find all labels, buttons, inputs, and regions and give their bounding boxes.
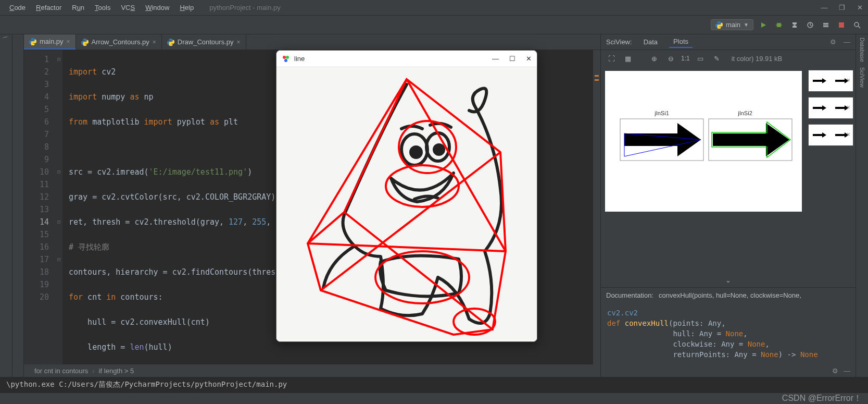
gear-icon[interactable]: ⚙ (832, 367, 838, 375)
tab-close-icon[interactable]: × (67, 38, 70, 45)
doc-body: cv2.cv2 def convexHull(points: Any, hull… (601, 302, 856, 365)
chevron-down-icon: ▼ (744, 22, 749, 28)
thumb-close-icon[interactable]: × (847, 104, 854, 111)
zoom-in-icon[interactable]: ⊕ (648, 52, 660, 65)
cv-titlebar[interactable]: line — ☐ ✕ (276, 51, 537, 67)
right-sidebar: Database SciView (856, 34, 868, 377)
sciview-tab-plots[interactable]: Plots (669, 36, 693, 48)
search-button[interactable] (851, 19, 863, 31)
plot-thumbnail[interactable]: × (808, 97, 853, 119)
line-numbers: 1234567891011121314151617181920 (24, 50, 55, 364)
hide-panel-icon[interactable]: — (844, 38, 850, 46)
expand-thumbnails[interactable]: ⌄ (601, 273, 856, 287)
cv-image (276, 67, 537, 341)
menu-tools[interactable]: Tools (90, 2, 116, 14)
sciview-tab-data[interactable]: Data (639, 36, 662, 47)
maximize-icon[interactable]: ❐ (838, 4, 846, 11)
tab-close-icon[interactable]: × (237, 39, 241, 46)
svg-point-11 (286, 56, 289, 59)
sidebar-sciview[interactable]: SciView (859, 67, 865, 88)
fit-icon[interactable]: ⛶ (605, 52, 618, 65)
plot-thumbnail[interactable]: × (808, 124, 853, 146)
run-config-dropdown[interactable]: main ▼ (711, 19, 753, 30)
svg-point-10 (283, 56, 286, 59)
sciview-toolbar: ⛶ ▦ ⊕ ⊖ 1:1 ▭ ✎ it color) 19.91 kB (601, 50, 856, 67)
plot-title-1: jInSi1 (654, 110, 669, 116)
menu-help[interactable]: Help (174, 2, 199, 14)
svg-rect-5 (839, 22, 844, 28)
right-panel: SciView: Data Plots ⚙ — ⛶ ▦ ⊕ ⊖ 1:1 ▭ ✎ … (600, 34, 856, 377)
cv-minimize-icon[interactable]: — (492, 55, 499, 63)
menu-code[interactable]: Code (4, 2, 31, 14)
opencv-icon (282, 55, 290, 63)
python-file-icon (81, 39, 89, 46)
plot-thumbnail[interactable]: × (808, 70, 853, 92)
svg-point-12 (284, 59, 287, 62)
breadcrumb-item[interactable]: if length > 5 (99, 367, 134, 375)
statusbar: CSDN @ErrorError！ (0, 393, 868, 404)
tab-close-icon[interactable]: × (153, 39, 156, 46)
editor-scroll-marks[interactable] (593, 50, 600, 364)
watermark: CSDN @ErrorError！ (782, 393, 862, 404)
menu-vcs[interactable]: VCS (116, 2, 140, 14)
profile-button[interactable] (804, 19, 816, 31)
svg-point-17 (434, 145, 444, 154)
color-picker-icon[interactable]: ✎ (711, 52, 723, 65)
tab-label: Arrow_Contours.py (92, 38, 149, 46)
left-gutter: \苗俊 (0, 34, 12, 377)
file-tree-label: \苗俊 (0, 34, 10, 40)
zoom-out-icon[interactable]: ⊖ (664, 52, 677, 65)
hide-doc-icon[interactable]: — (844, 367, 850, 375)
run-button[interactable] (758, 19, 769, 31)
python-file-icon (29, 38, 36, 45)
doc-signature: convexHull(points, hull=None, clockwise=… (659, 291, 801, 299)
tab-main-py[interactable]: main.py × (24, 34, 76, 50)
attach-button[interactable] (820, 19, 832, 31)
project-title: pythonProject - main.py (209, 4, 281, 11)
python-file-icon (167, 39, 174, 46)
terminal[interactable]: \python.exe C:/Users/苗俊杰/PycharmProjects… (0, 377, 868, 393)
tab-label: main.py (40, 38, 64, 45)
python-icon (715, 21, 723, 29)
minimize-icon[interactable]: — (820, 4, 828, 11)
plot-main[interactable]: jInSi1 jInSi2 (601, 67, 806, 273)
plot-canvas: jInSi1 jInSi2 (605, 71, 802, 212)
terminal-output: \python.exe C:/Users/苗俊杰/PycharmProjects… (6, 380, 287, 389)
svg-rect-2 (823, 23, 828, 24)
toolbar: main ▼ (0, 16, 868, 34)
sciview-label: SciView: (606, 38, 632, 46)
stop-button[interactable] (836, 19, 847, 31)
left-toolbar[interactable] (12, 34, 24, 377)
sciview-header: SciView: Data Plots ⚙ — (601, 34, 856, 50)
breadcrumb-separator: › (92, 367, 94, 375)
cv-maximize-icon[interactable]: ☐ (509, 55, 515, 63)
breadcrumb[interactable]: for cnt in contours › if length > 5 (24, 364, 600, 377)
grid-icon[interactable]: ▦ (622, 52, 634, 65)
tab-arrow-contours[interactable]: Arrow_Contours.py × (76, 34, 162, 50)
menubar: Code Refactor Run Tools VCS Window Help … (0, 0, 868, 16)
menu-run[interactable]: Run (67, 2, 90, 14)
close-icon[interactable]: ✕ (856, 4, 864, 11)
tab-draw-contours[interactable]: Draw_Contours.py × (162, 34, 246, 50)
run-config-label: main (726, 21, 740, 29)
doc-label: Documentation: (606, 291, 653, 299)
cv-close-icon[interactable]: ✕ (526, 55, 532, 63)
coverage-button[interactable] (789, 19, 800, 31)
debug-button[interactable] (773, 19, 785, 31)
plot-info: it color) 19.91 kB (732, 55, 783, 63)
breadcrumb-item[interactable]: for cnt in contours (34, 367, 88, 375)
gear-icon[interactable]: ⚙ (830, 38, 836, 46)
ratio-label[interactable]: 1:1 (681, 52, 690, 65)
svg-rect-4 (823, 26, 828, 27)
fold-gutter[interactable]: ⊟⊟⊟⊟ (55, 50, 62, 364)
thumb-close-icon[interactable]: × (847, 131, 854, 138)
menu-window[interactable]: Window (140, 2, 174, 14)
tab-label: Draw_Contours.py (178, 38, 234, 46)
documentation-panel: Documentation: convexHull(points, hull=N… (601, 287, 856, 377)
menu-refactor[interactable]: Refactor (31, 2, 67, 14)
thumb-close-icon[interactable]: × (847, 77, 854, 84)
sidebar-database[interactable]: Database (859, 38, 865, 62)
opencv-window[interactable]: line — ☐ ✕ (276, 50, 537, 342)
svg-rect-3 (823, 25, 828, 26)
export-icon[interactable]: ▭ (694, 52, 707, 65)
